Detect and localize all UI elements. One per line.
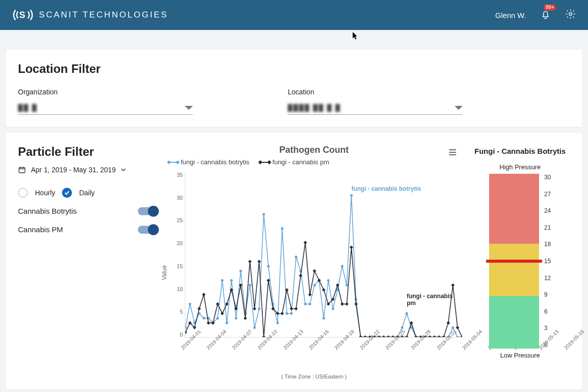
gauge-high-label: High Pressure bbox=[500, 163, 541, 171]
series-1-label: fungi - cannabis botrytis bbox=[351, 185, 421, 192]
svg-point-33 bbox=[322, 317, 325, 320]
particle-filter-title: Particle Filter bbox=[18, 145, 158, 159]
svg-point-17 bbox=[249, 284, 251, 286]
svg-rect-119 bbox=[437, 335, 441, 337]
chevron-down-icon bbox=[121, 167, 126, 172]
svg-rect-67 bbox=[197, 307, 201, 311]
legend-swatch-icon bbox=[169, 162, 178, 163]
svg-rect-101 bbox=[354, 302, 358, 306]
svg-rect-85 bbox=[280, 312, 284, 315]
gauge-title: Fungi - Cannabis Botrytis bbox=[470, 147, 570, 155]
location-filter-title: Location Filter bbox=[18, 62, 570, 76]
svg-rect-90 bbox=[304, 241, 307, 244]
location-value: ████ ██ █ █ bbox=[288, 104, 341, 111]
chart-area[interactable]: Value 35302520151050 fungi - cannabis bo… bbox=[166, 168, 462, 378]
organization-value: ██ █ bbox=[18, 104, 37, 111]
svg-point-4 bbox=[189, 303, 191, 305]
y-axis-label: Value bbox=[161, 265, 168, 280]
series-toggle-label: Cannabis Botrytis bbox=[18, 207, 77, 215]
notification-badge: 99+ bbox=[544, 4, 556, 10]
legend-swatch-icon bbox=[260, 162, 269, 163]
svg-rect-103 bbox=[364, 335, 367, 337]
svg-point-35 bbox=[332, 308, 334, 310]
svg-point-24 bbox=[281, 227, 283, 230]
organization-label: Organization bbox=[18, 88, 198, 96]
series-toggle-row: Cannabis PM bbox=[18, 225, 158, 234]
app-header: S SCANIT TECHNOLOGIES Glenn W. 99+ bbox=[0, 0, 588, 30]
timezone-note: ( Time Zone : US/Eastern ) bbox=[166, 374, 462, 380]
brand-name: SCANIT TECHNOLOGIES bbox=[39, 10, 168, 20]
svg-point-14 bbox=[235, 317, 237, 320]
cursor-icon bbox=[353, 32, 359, 41]
svg-rect-72 bbox=[220, 312, 224, 315]
chart-title: Pathogen Count bbox=[166, 145, 462, 155]
svg-point-26 bbox=[290, 312, 293, 315]
svg-point-34 bbox=[327, 279, 330, 282]
series-toggle-row: Cannabis Botrytis bbox=[18, 207, 158, 215]
location-filter-card: Location Filter Organization ██ █ Locati… bbox=[6, 50, 582, 127]
svg-point-39 bbox=[350, 194, 353, 197]
chart-menu-button[interactable] bbox=[448, 148, 457, 159]
svg-rect-77 bbox=[244, 317, 247, 320]
svg-point-27 bbox=[295, 256, 297, 258]
svg-point-1 bbox=[569, 12, 572, 15]
svg-rect-121 bbox=[447, 321, 450, 325]
gear-icon bbox=[565, 8, 576, 19]
svg-rect-88 bbox=[294, 307, 298, 311]
svg-point-23 bbox=[276, 322, 279, 324]
location-select[interactable]: ████ ██ █ █ bbox=[288, 101, 463, 115]
daily-label: Daily bbox=[79, 189, 94, 197]
daily-radio[interactable] bbox=[62, 188, 72, 198]
settings-button[interactable] bbox=[565, 8, 576, 21]
svg-rect-80 bbox=[257, 260, 261, 263]
user-name[interactable]: Glenn W. bbox=[495, 11, 526, 19]
hamburger-icon bbox=[448, 148, 457, 157]
svg-point-10 bbox=[216, 317, 219, 320]
svg-rect-100 bbox=[350, 246, 353, 249]
check-icon bbox=[64, 190, 70, 196]
chart-legend: fungi - cannabis botrytis fungi - cannab… bbox=[166, 158, 462, 166]
svg-rect-92 bbox=[313, 269, 316, 273]
svg-point-20 bbox=[262, 213, 265, 216]
organization-select[interactable]: ██ █ bbox=[18, 101, 193, 115]
hourly-label: Hourly bbox=[35, 189, 55, 197]
svg-rect-98 bbox=[340, 302, 344, 306]
particle-filter-card: Particle Filter Apr 1, 2019 - May 31, 20… bbox=[6, 133, 582, 390]
svg-point-12 bbox=[226, 322, 228, 324]
svg-rect-73 bbox=[225, 302, 229, 306]
svg-rect-69 bbox=[207, 321, 210, 325]
svg-point-31 bbox=[313, 284, 316, 286]
svg-rect-78 bbox=[248, 260, 252, 263]
svg-point-11 bbox=[221, 279, 223, 282]
svg-point-19 bbox=[258, 308, 260, 310]
svg-point-30 bbox=[309, 303, 311, 305]
date-range-picker[interactable]: Apr 1, 2019 - May 31, 2019 bbox=[18, 166, 158, 174]
chevron-down-icon bbox=[185, 106, 193, 110]
svg-point-38 bbox=[346, 284, 348, 286]
svg-rect-91 bbox=[308, 293, 312, 296]
calendar-icon bbox=[18, 166, 26, 174]
series-toggle-label: Cannabis PM bbox=[18, 225, 63, 234]
brand-logo[interactable]: S SCANIT TECHNOLOGIES bbox=[12, 4, 168, 26]
notifications-button[interactable]: 99+ bbox=[540, 8, 551, 21]
svg-rect-68 bbox=[202, 293, 205, 296]
svg-point-3 bbox=[185, 326, 187, 329]
svg-point-18 bbox=[253, 326, 256, 329]
svg-rect-108 bbox=[387, 335, 390, 337]
series-toggle-1[interactable] bbox=[138, 226, 158, 234]
svg-point-13 bbox=[230, 279, 233, 282]
svg-rect-122 bbox=[451, 283, 455, 287]
svg-text:S: S bbox=[19, 10, 26, 20]
hourly-radio[interactable] bbox=[18, 188, 28, 198]
svg-point-25 bbox=[286, 312, 288, 315]
svg-rect-99 bbox=[345, 302, 349, 306]
legend-item-1: fungi - cannabis botrytis bbox=[181, 158, 249, 166]
svg-rect-123 bbox=[456, 326, 459, 330]
svg-point-7 bbox=[202, 317, 205, 320]
series-toggle-0[interactable] bbox=[138, 207, 158, 215]
svg-point-29 bbox=[304, 303, 306, 305]
chevron-down-icon bbox=[455, 106, 463, 110]
svg-rect-87 bbox=[290, 307, 293, 311]
pressure-gauge bbox=[489, 174, 539, 349]
svg-rect-81 bbox=[262, 335, 265, 337]
